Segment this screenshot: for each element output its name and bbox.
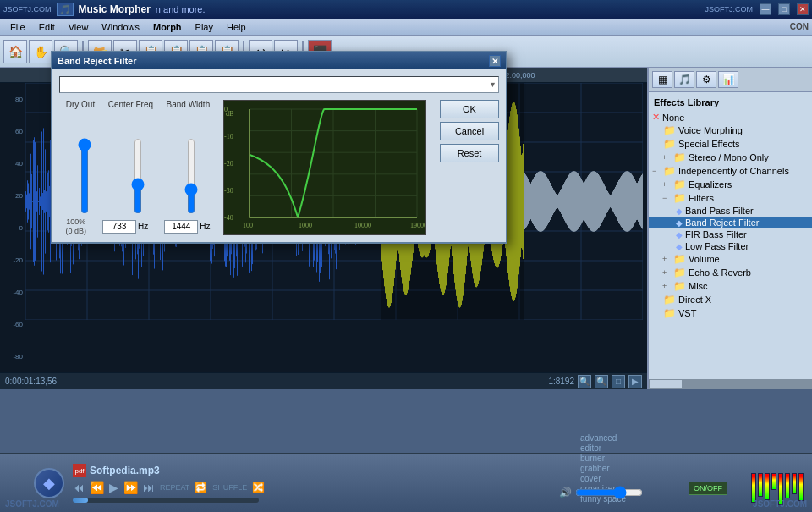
zoom-out-btn[interactable]: 🔍 bbox=[595, 375, 608, 388]
level-bar-1 bbox=[751, 473, 756, 503]
adv-burner[interactable]: burner bbox=[580, 454, 626, 463]
misc-expand: + bbox=[662, 282, 671, 290]
app-icon: 🎵 bbox=[57, 3, 74, 16]
tree-item-band-reject[interactable]: ◆ Band Reject Filter bbox=[649, 217, 812, 228]
menu-file[interactable]: File bbox=[3, 20, 32, 34]
effects-tree: Effects Library ✕ None 📁 Voice Morphing … bbox=[649, 92, 812, 379]
menu-windows[interactable]: Windows bbox=[95, 20, 146, 34]
maximize-button[interactable]: □ bbox=[778, 3, 790, 15]
volume-slider[interactable] bbox=[575, 486, 643, 499]
menu-play[interactable]: Play bbox=[189, 20, 220, 34]
level-bar-2 bbox=[758, 473, 763, 497]
dialog-titlebar: Band Reject Filter ✕ bbox=[52, 52, 506, 69]
tree-item-direct-x[interactable]: 📁 Direct X bbox=[649, 293, 812, 306]
toolbar-home-btn[interactable]: 🏠 bbox=[3, 40, 27, 63]
cancel-button[interactable]: Cancel bbox=[440, 122, 499, 140]
center-freq-input[interactable] bbox=[102, 220, 136, 234]
close-button[interactable]: ✕ bbox=[797, 3, 809, 15]
title-bar-right: JSOFTJ.COM — □ ✕ bbox=[705, 3, 809, 15]
preset-dropdown[interactable] bbox=[59, 76, 499, 93]
tree-item-none[interactable]: ✕ None bbox=[649, 111, 812, 124]
tree-item-independently-label: Independently of Channels bbox=[678, 166, 789, 176]
dry-out-db: (0 dB) bbox=[66, 227, 87, 235]
slider-labels: Dry Out Center Freq Band Width bbox=[59, 100, 217, 109]
minimize-button[interactable]: — bbox=[760, 3, 771, 15]
tree-item-band-pass-label: Band Pass Filter bbox=[685, 206, 754, 216]
center-freq-unit: Hz bbox=[138, 222, 148, 231]
rew-btn[interactable]: ⏪ bbox=[90, 481, 104, 494]
tree-item-low-pass-label: Low Pass Filter bbox=[685, 241, 749, 251]
fit-btn[interactable]: □ bbox=[612, 375, 625, 388]
tree-item-independently[interactable]: − 📁 Independently of Channels bbox=[649, 164, 812, 178]
dry-out-slider[interactable] bbox=[77, 138, 92, 214]
play-btn[interactable]: ▶ bbox=[109, 481, 118, 494]
ok-button[interactable]: OK bbox=[440, 100, 499, 118]
tree-item-misc[interactable]: + 📁 Misc bbox=[649, 279, 812, 293]
folder-icon-equalizers: 📁 bbox=[673, 179, 686, 190]
tree-item-direct-x-label: Direct X bbox=[678, 295, 711, 305]
level-bar-8 bbox=[798, 473, 804, 501]
folder-icon-misc: 📁 bbox=[673, 280, 686, 292]
shuffle-btn[interactable]: 🔀 bbox=[252, 482, 265, 493]
prev-btn[interactable]: ⏮ bbox=[73, 481, 85, 494]
volume-icon: 🔊 bbox=[559, 487, 572, 498]
center-freq-label: Center Freq bbox=[108, 100, 153, 109]
echo-reverb-expand: + bbox=[662, 268, 671, 277]
tree-item-band-pass[interactable]: ◆ Band Pass Filter bbox=[649, 205, 812, 217]
tree-item-vst[interactable]: 📁 VST bbox=[649, 306, 812, 320]
play-pos-btn[interactable]: ▶ bbox=[628, 375, 642, 388]
fwd-btn[interactable]: ⏩ bbox=[123, 481, 138, 494]
band-width-input[interactable] bbox=[164, 220, 198, 234]
menu-morph[interactable]: Morph bbox=[146, 20, 189, 34]
tree-item-low-pass[interactable]: ◆ Low Pass Filter bbox=[649, 240, 812, 252]
shuffle-label: SHUFFLE bbox=[212, 483, 247, 492]
tree-item-equalizers[interactable]: + 📁 Equalizers bbox=[649, 178, 812, 191]
center-freq-slider[interactable] bbox=[130, 138, 145, 214]
tree-item-special-effects-label: Special Effects bbox=[678, 139, 740, 149]
adv-editor[interactable]: editor bbox=[580, 443, 626, 453]
tree-item-volume-label: Volume bbox=[689, 254, 720, 264]
dry-out-pct: 100% bbox=[66, 217, 85, 226]
effects-tab-3[interactable]: ⚙ bbox=[696, 71, 716, 88]
tree-item-voice-morphing[interactable]: 📁 Voice Morphing bbox=[649, 124, 812, 137]
tree-item-fir-bass[interactable]: ◆ FIR Bass Filter bbox=[649, 228, 812, 240]
bottom-brand-left: JSOFTJ.COM bbox=[5, 499, 59, 509]
adv-advanced[interactable]: advanced bbox=[580, 433, 626, 443]
toolbar-hand-btn[interactable]: ✋ bbox=[29, 40, 52, 63]
tree-item-volume[interactable]: + 📁 Volume bbox=[649, 252, 812, 266]
menu-edit[interactable]: Edit bbox=[32, 20, 62, 34]
band-width-slider[interactable] bbox=[184, 138, 199, 214]
effects-tab-1[interactable]: ▦ bbox=[652, 71, 672, 88]
app-title: Music Morpher bbox=[79, 3, 151, 15]
band-width-slider-col bbox=[184, 138, 199, 214]
folder-icon-voice: 📁 bbox=[663, 124, 676, 136]
file-info-row: pdf Softpedia.mp3 bbox=[73, 464, 265, 477]
effects-scrollbar-thumb[interactable] bbox=[649, 379, 683, 389]
effects-scrollbar[interactable] bbox=[649, 379, 812, 389]
next-btn[interactable]: ⏭ bbox=[143, 481, 155, 494]
on-off-button[interactable]: ON/OFF bbox=[689, 482, 727, 495]
tree-item-filters[interactable]: − 📁 Filters bbox=[649, 191, 812, 205]
dialog-close-button[interactable]: ✕ bbox=[489, 55, 501, 67]
center-freq-slider-col bbox=[130, 138, 145, 214]
tree-item-echo-reverb[interactable]: + 📁 Echo & Reverb bbox=[649, 266, 812, 279]
repeat-btn[interactable]: 🔁 bbox=[195, 482, 207, 493]
menu-help[interactable]: Help bbox=[220, 20, 253, 34]
adv-cover[interactable]: cover bbox=[580, 474, 626, 483]
progress-track[interactable] bbox=[73, 498, 259, 503]
brand-right: JSOFTJ.COM bbox=[705, 5, 754, 14]
tree-item-stereo-mono[interactable]: + 📁 Stereo / Mono Only bbox=[649, 151, 812, 164]
effects-tab-4[interactable]: 📊 bbox=[718, 71, 738, 88]
zoom-in-btn[interactable]: 🔍 bbox=[578, 375, 591, 388]
adv-grabber[interactable]: grabber bbox=[580, 464, 626, 473]
reset-button[interactable]: Reset bbox=[440, 144, 499, 162]
effects-tab-2[interactable]: 🎵 bbox=[674, 71, 694, 88]
effects-library-title: Effects Library bbox=[649, 96, 812, 111]
tree-item-special-effects[interactable]: 📁 Special Effects bbox=[649, 137, 812, 151]
folder-icon-special: 📁 bbox=[663, 138, 676, 150]
band-pass-icon: ◆ bbox=[676, 206, 683, 216]
tree-item-band-reject-label: Band Reject Filter bbox=[685, 217, 759, 228]
menu-view[interactable]: View bbox=[62, 20, 96, 34]
folder-icon-independently: 📁 bbox=[663, 165, 676, 177]
filter-chart bbox=[223, 100, 426, 235]
